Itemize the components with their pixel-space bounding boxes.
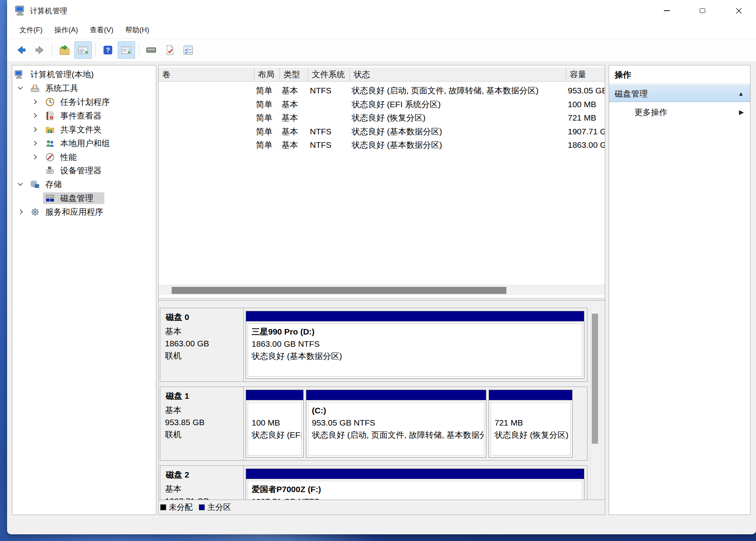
chevron-right-icon[interactable] [32,154,37,160]
partition-details: (C:)953.05 GB NTFS状态良好 (启动, 页面文件, 故障转储, … [308,402,484,455]
column-header-type[interactable]: 类型 [280,67,308,82]
menu-item-1[interactable]: 操作(A) [48,22,84,38]
disk-name-label: 磁盘 2 [166,470,189,479]
sidebar-item-disk-management[interactable]: 磁盘管理 [12,191,156,205]
sidebar-item-label: 性能 [60,151,77,164]
column-header-status[interactable]: 状态 [350,67,566,82]
toolbar-check-document-button[interactable] [161,41,178,59]
partition-block[interactable]: 爱国者P7000Z (F:)1907.71 GB NTFS状态良好 (基本数据分… [246,468,584,500]
sidebar-item-shared-folders[interactable]: 共享文件夹 [12,123,156,136]
horizontal-scrollbar-thumb[interactable] [172,287,506,294]
vertical-scrollbar-thumb[interactable] [592,314,598,444]
column-header-volume[interactable]: 卷 [159,67,254,82]
volume-row[interactable]: (C:)简单基本NTFS状态良好 (启动, 页面文件, 故障转储, 基本数据分区… [159,84,605,97]
volume-cell-fs: NTFS [310,138,349,152]
sidebar-item-event-viewer[interactable]: 事件查看器 [12,109,156,123]
sidebar-item-task-scheduler[interactable]: 任务计划程序 [12,95,156,109]
toolbar-help-button[interactable]: ? [99,41,117,59]
partition-size-line: 1907.71 GB NTFS [252,495,582,500]
toolbar-back-button[interactable] [13,41,30,59]
toolbar-show-actions-pane-button[interactable] [118,41,135,59]
volume-row[interactable]: (磁盘 1 磁盘分区 4)简单基本状态良好 (恢复分区)721 MB [159,111,605,125]
chevron-right-icon[interactable] [32,99,37,104]
partition-area: 爱国者P7000Z (F:)1907.71 GB NTFS状态良好 (基本数据分… [244,466,587,500]
actions-panel: 操作 磁盘管理 ▲ 更多操作 ▶ [609,65,750,515]
partition-type-color-bar [306,390,486,400]
partition-legend: 未分配主分区 [159,500,605,515]
disk-meta-line: 1863.00 GB [165,338,242,350]
toolbar-show-console-tree-button[interactable] [74,41,92,59]
sidebar-item-tools[interactable]: 系统工具 [12,82,156,95]
chevron-right-icon[interactable] [32,113,37,118]
volume-row[interactable]: (磁盘 1 磁盘分区 1)简单基本状态良好 (EFI 系统分区)100 MB [159,98,605,111]
toolbar-export-button[interactable] [56,41,73,59]
legend-label: 主分区 [208,502,231,513]
minimize-button[interactable] [653,0,680,21]
partition-label: (C:) [312,404,484,416]
device-manager-icon [45,166,55,175]
collapse-section-icon[interactable]: ▲ [738,90,744,97]
partition-block[interactable]: 721 MB状态良好 (恢复分区) [489,390,573,457]
disk-meta-line: 联机 [165,429,242,441]
pane-splitter[interactable] [159,298,605,301]
volume-cell-layout: 简单 [256,98,279,111]
event-viewer-icon [45,111,55,121]
chevron-right-icon[interactable] [18,209,23,214]
volume-cell-layout: 简单 [256,125,279,138]
toolbar-disk-properties-button[interactable] [143,41,160,59]
partition-type-color-bar [489,390,572,400]
column-header-layout[interactable]: 布局 [254,67,280,82]
chevron-down-icon[interactable] [18,181,23,186]
column-header-fs[interactable]: 文件系统 [308,67,350,82]
minimize-icon [664,10,670,11]
sidebar-item-local-users[interactable]: 本地用户和组 [12,137,156,150]
volume-list-header: 卷布局类型文件系统状态容量 [159,67,605,82]
volume-list-horizontal-scrollbar[interactable] [159,285,605,295]
partition-status-line: 状态良好 (启动, 页面文件, 故障转储, 基本数据分区) [312,429,484,441]
partition-size-line: 100 MB [252,416,301,429]
column-header-capacity[interactable]: 容量 [566,67,605,82]
sidebar-item-label: 设备管理器 [60,164,102,177]
volume-row[interactable]: 爱国者P7000Z (F:)简单基本NTFS状态良好 (基本数据分区)1907.… [159,125,605,138]
task-scheduler-icon [45,97,55,107]
disk-info-cell[interactable]: 磁盘 0基本1863.00 GB联机 [160,308,244,381]
more-actions-item[interactable]: 更多操作 ▶ [609,105,750,120]
chevron-down-icon[interactable] [18,85,23,90]
disk-name: 磁盘 1 [164,390,189,402]
menu-item-2[interactable]: 查看(V) [84,22,119,38]
partition-block[interactable]: 100 MB状态良好 (EFI 系统分区) [246,390,304,457]
chevron-right-icon[interactable] [32,127,37,132]
sidebar-item-services[interactable]: 服务和应用程序 [12,205,156,219]
show-console-tree-icon [78,45,89,56]
menu-item-3[interactable]: 帮助(H) [119,22,155,38]
partition-label: 爱国者P7000Z (F:) [252,483,582,495]
disk-graph-vertical-scrollbar[interactable] [590,301,599,500]
sidebar-item-device-manager[interactable]: 设备管理器 [12,164,156,177]
back-icon [16,45,27,56]
legend-color-swatch [160,504,166,510]
actions-disk-management-section[interactable]: 磁盘管理 ▲ [609,85,750,102]
toolbar-forward-button[interactable] [31,41,48,59]
volume-cell-status: 状态良好 (启动, 页面文件, 故障转储, 基本数据分区) [352,84,565,97]
disk-name-label: 磁盘 0 [166,312,189,322]
sidebar-item-storage[interactable]: 存储 [12,178,156,191]
disk-info-cell[interactable]: 磁盘 2基本1907.71 GB [160,466,244,500]
partition-type-color-bar [246,469,584,479]
chevron-right-icon[interactable] [32,141,37,146]
menu-item-0[interactable]: 文件(F) [13,22,48,38]
toolbar-checklist-button[interactable] [180,41,197,59]
close-button[interactable] [725,0,752,21]
disk-properties-icon [146,45,157,56]
sidebar-item-computer[interactable]: 计算机管理(本地) [12,68,156,81]
volume-row[interactable]: 三星990 Pro (D:)简单基本NTFS状态良好 (基本数据分区)1863.… [159,138,605,152]
maximize-button[interactable] [689,0,716,21]
disk-meta-line: 953.85 GB [165,416,242,428]
help-icon: ? [102,45,113,56]
volume-cell-type: 基本 [282,111,308,125]
partition-block[interactable]: 三星990 Pro (D:)1863.00 GB NTFS状态良好 (基本数据分… [246,311,584,379]
partition-block[interactable]: (C:)953.05 GB NTFS状态良好 (启动, 页面文件, 故障转储, … [306,390,486,457]
disk-info-cell[interactable]: 磁盘 1基本953.85 GB联机 [160,387,244,460]
volume-cell-type: 基本 [282,125,308,138]
sidebar-item-performance[interactable]: 性能 [12,151,156,164]
export-icon [59,45,70,56]
